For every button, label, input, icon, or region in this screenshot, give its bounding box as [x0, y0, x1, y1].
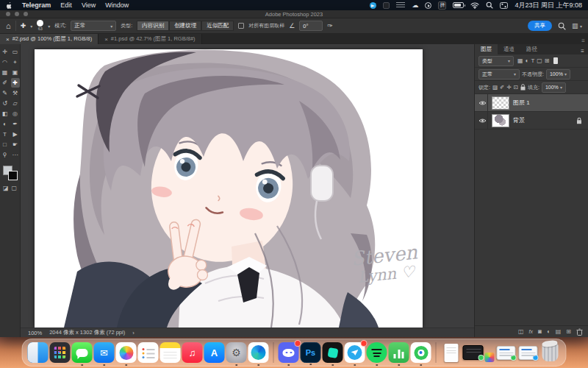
- screen-mode-icon[interactable]: ▢: [12, 185, 18, 191]
- search-icon[interactable]: [486, 1, 493, 9]
- frame-tool[interactable]: ▣: [11, 68, 20, 77]
- dock-finder[interactable]: [28, 342, 49, 363]
- menu-edit[interactable]: Edit: [60, 1, 72, 9]
- dock-system-settings[interactable]: ⚙: [226, 342, 247, 363]
- active-app-menu[interactable]: Telegram: [22, 1, 51, 9]
- dock-music[interactable]: ♫: [182, 342, 203, 363]
- layer-mask-icon[interactable]: ◙: [538, 328, 542, 335]
- home-icon[interactable]: ⌂: [6, 21, 11, 30]
- text-snippet-icon[interactable]: [396, 2, 405, 8]
- share-button[interactable]: 共享: [528, 21, 552, 31]
- opacity-field[interactable]: 100%▾: [546, 69, 570, 79]
- dock-telegram[interactable]: [345, 342, 365, 363]
- quick-mask-icon[interactable]: ◪: [3, 185, 9, 191]
- telegram-status-icon[interactable]: [370, 2, 376, 9]
- type-tool[interactable]: T: [1, 130, 10, 139]
- dock-photoshop[interactable]: Ps: [301, 342, 321, 363]
- dock-reminders[interactable]: [138, 342, 159, 363]
- gradient-tool[interactable]: ◧: [1, 109, 10, 118]
- zoom-tool[interactable]: ⚲: [1, 150, 10, 160]
- lock-artboard-icon[interactable]: ⊡: [514, 84, 518, 91]
- brush-preset-picker[interactable]: 63: [37, 20, 43, 32]
- link-layers-icon[interactable]: ◫: [518, 328, 524, 335]
- dodge-tool[interactable]: ◐: [1, 119, 10, 129]
- layer-row-layer1[interactable]: 图层 1: [475, 94, 588, 112]
- mode-dropdown[interactable]: 正常▾: [71, 21, 116, 31]
- workspace-switcher-icon[interactable]: ▥ ▾: [572, 22, 582, 29]
- layer-thumbnail[interactable]: [492, 96, 509, 110]
- wifi-icon[interactable]: [470, 2, 479, 9]
- control-center-icon[interactable]: [500, 2, 508, 9]
- current-tool-icon[interactable]: ✚: [21, 22, 26, 29]
- proximity-match-button[interactable]: 近似匹配: [201, 21, 234, 31]
- type-filter-icon[interactable]: T: [531, 57, 534, 64]
- chevron-down-icon[interactable]: ▾: [48, 24, 50, 29]
- dock-minimized-window-2[interactable]: [518, 342, 539, 363]
- layer-name[interactable]: 图层 1: [513, 99, 530, 107]
- dock-discord[interactable]: [279, 342, 299, 363]
- panel-menu-icon[interactable]: ≡: [581, 48, 588, 54]
- layer-effects-icon[interactable]: fx: [529, 329, 533, 334]
- document-tab-active[interactable]: × #2.psd @ 100% (图层 1, RGB/8): [0, 34, 98, 44]
- sample-all-layers-checkbox[interactable]: [238, 23, 244, 29]
- document-canvas[interactable]: Steven Lynn ♡: [35, 49, 423, 328]
- lock-all-icon[interactable]: [520, 84, 526, 91]
- delete-layer-icon[interactable]: [576, 328, 583, 336]
- angle-field[interactable]: 0°: [299, 21, 323, 31]
- move-tool[interactable]: ✛: [1, 47, 10, 57]
- zoom-level-field[interactable]: 100%: [28, 330, 42, 336]
- path-select-tool[interactable]: ▶: [11, 130, 20, 139]
- close-icon[interactable]: ×: [6, 36, 10, 43]
- dock-photos[interactable]: [116, 342, 137, 363]
- dock-trash[interactable]: [540, 342, 561, 363]
- create-texture-button[interactable]: 创建纹理: [169, 21, 201, 31]
- dock-app-store[interactable]: A: [204, 342, 225, 363]
- blend-mode-dropdown[interactable]: 正常▾: [478, 69, 520, 79]
- menu-bar-clock[interactable]: 4月23日 周日 上午9:08: [514, 1, 582, 10]
- eyedropper-tool[interactable]: ✐: [1, 78, 10, 88]
- lasso-tool[interactable]: ◠: [1, 57, 10, 67]
- history-brush-tool[interactable]: ↺: [1, 99, 10, 108]
- eraser-tool[interactable]: ▱: [11, 99, 20, 108]
- battery-icon[interactable]: [453, 2, 464, 8]
- background-color-swatch[interactable]: [8, 171, 18, 180]
- edit-toolbar-icon[interactable]: ⋯: [11, 150, 20, 160]
- dock-spotify[interactable]: [367, 342, 387, 363]
- dock-dark-teal-app[interactable]: [323, 342, 343, 363]
- menu-view[interactable]: View: [82, 1, 96, 9]
- tab-channels[interactable]: 通道: [498, 44, 520, 54]
- layer-group-icon[interactable]: ▤: [556, 328, 562, 335]
- status-caret-icon[interactable]: ›: [132, 330, 135, 336]
- shape-tool[interactable]: □: [1, 140, 10, 149]
- new-layer-icon[interactable]: ⊞: [566, 328, 571, 335]
- lock-paint-icon[interactable]: ✐: [500, 84, 504, 91]
- adjustment-filter-icon[interactable]: ◐: [526, 57, 529, 64]
- clone-stamp-tool[interactable]: ⚒: [11, 88, 20, 98]
- content-aware-button[interactable]: 内容识别: [137, 21, 169, 31]
- record-icon[interactable]: [425, 2, 431, 9]
- quick-select-tool[interactable]: ⌖: [11, 57, 20, 67]
- dock-minimized-window-dark[interactable]: [463, 342, 484, 363]
- pen-tool[interactable]: ✒: [11, 119, 20, 129]
- dock-find-my[interactable]: [411, 342, 431, 363]
- layer-thumbnail[interactable]: [492, 114, 509, 127]
- layer-filter-dropdown[interactable]: 类型▾: [478, 56, 514, 66]
- dock-document-stack[interactable]: [441, 342, 462, 363]
- lock-position-icon[interactable]: ✛: [506, 84, 511, 91]
- chevron-down-icon[interactable]: ▾: [30, 24, 32, 29]
- window-title-bar[interactable]: Adobe Photoshop 2023: [0, 10, 588, 18]
- hand-tool[interactable]: ☛: [11, 140, 20, 149]
- marquee-tool[interactable]: ▭: [11, 47, 20, 57]
- apple-logo-icon[interactable]: [6, 1, 12, 10]
- dock-launchpad[interactable]: [50, 342, 71, 363]
- layer-row-background[interactable]: 背景: [475, 112, 588, 130]
- display-icon[interactable]: [383, 2, 390, 9]
- tab-layers[interactable]: 图层: [475, 44, 498, 54]
- spot-healing-tool[interactable]: ✚: [11, 78, 20, 88]
- dock-minimized-window-1[interactable]: [496, 342, 517, 363]
- dock-minimized-icon-small[interactable]: [485, 353, 495, 362]
- fill-field[interactable]: 100%▾: [542, 82, 566, 93]
- visibility-eye-icon[interactable]: [478, 112, 488, 129]
- document-tab-inactive[interactable]: × #1.psd @ 42.7% (图层 1, RGB/8#): [98, 34, 201, 44]
- lock-transparency-icon[interactable]: ▨: [492, 84, 498, 91]
